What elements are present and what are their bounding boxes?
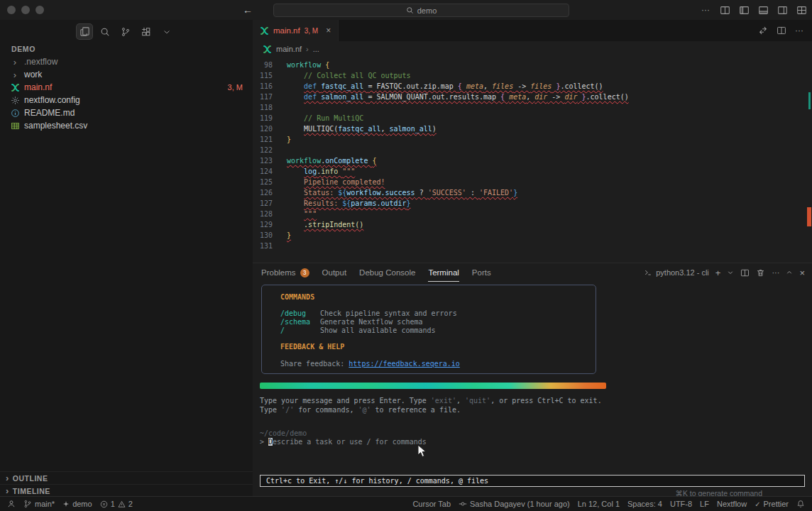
timeline-label: TIMELINE bbox=[13, 487, 50, 495]
extensions-icon[interactable] bbox=[138, 24, 154, 39]
code-editor[interactable]: 98workflow {115 // Collect all QC output… bbox=[253, 57, 805, 263]
panel-tab-terminal[interactable]: Terminal bbox=[428, 263, 459, 282]
split-editor-icon[interactable] bbox=[777, 26, 786, 35]
code-line[interactable]: 121} bbox=[253, 134, 805, 145]
remote-indicator[interactable] bbox=[7, 500, 16, 508]
close-panel-icon[interactable]: × bbox=[799, 268, 805, 278]
project-label: demo bbox=[72, 500, 92, 508]
code-token bbox=[287, 167, 304, 175]
toggle-sidebar-icon[interactable] bbox=[737, 3, 750, 17]
encoding-status[interactable]: UTF-8 bbox=[670, 500, 692, 508]
source-control-icon[interactable] bbox=[118, 24, 133, 39]
maximize-panel-icon[interactable] bbox=[786, 269, 793, 276]
terminal-command-row: /Show all available commands bbox=[280, 326, 596, 335]
eol-status[interactable]: LF bbox=[700, 500, 709, 508]
file-row-work[interactable]: ›work bbox=[0, 68, 253, 81]
chevron-down-icon[interactable] bbox=[159, 24, 175, 39]
panel-tab-label: Terminal bbox=[428, 268, 459, 277]
explorer-icon[interactable] bbox=[77, 24, 92, 39]
panel-tab-output[interactable]: Output bbox=[322, 263, 347, 282]
split-terminal-icon[interactable] bbox=[740, 268, 750, 278]
code-line[interactable]: 124 log.info """ bbox=[253, 166, 805, 177]
more-actions-icon[interactable]: ··· bbox=[699, 3, 712, 17]
code-line[interactable]: 126 Status: ${workflow.success ? 'SUCCES… bbox=[253, 187, 805, 198]
breadcrumb-file[interactable]: main.nf bbox=[276, 45, 302, 53]
explorer-sidebar: DEMO ›.nextflow›workmain.nf3, Mnextflow.… bbox=[0, 20, 253, 497]
command-desc: Check pipeline syntax and errors bbox=[320, 309, 457, 317]
minimize-window-button[interactable] bbox=[21, 6, 30, 14]
panel-tab-debug-console[interactable]: Debug Console bbox=[359, 263, 415, 282]
more-actions-icon[interactable]: ··· bbox=[795, 26, 803, 35]
sidebar-toolbar bbox=[77, 24, 175, 39]
spark-icon bbox=[62, 500, 70, 507]
file-row-README.md[interactable]: README.md bbox=[0, 106, 253, 119]
code-line[interactable]: 119 // Run MultiQC bbox=[253, 113, 805, 123]
code-text: workflow.onComplete { bbox=[287, 155, 376, 166]
indentation-status[interactable]: Spaces: 4 bbox=[627, 500, 662, 508]
code-line[interactable]: 118 bbox=[253, 102, 805, 113]
timeline-section[interactable]: ›TIMELINE bbox=[0, 484, 253, 497]
code-token: def bbox=[304, 93, 321, 101]
file-row-samplesheet.csv[interactable]: samplesheet.csv bbox=[0, 119, 253, 132]
code-line[interactable]: 125 Pipeline completed! bbox=[253, 177, 805, 187]
outline-section[interactable]: ›OUTLINE bbox=[0, 471, 253, 484]
code-token: """ bbox=[342, 167, 355, 175]
command-center-search[interactable]: demo bbox=[273, 4, 569, 17]
terminal-dropdown-icon[interactable] bbox=[727, 269, 734, 276]
code-line[interactable]: 122 bbox=[253, 145, 805, 155]
terminal-body[interactable]: COMMANDS /debugCheck pipeline syntax and… bbox=[253, 282, 812, 497]
file-row-main.nf[interactable]: main.nf3, M bbox=[0, 81, 253, 94]
code-line[interactable]: 115 // Collect all QC outputs bbox=[253, 70, 805, 81]
notifications-bell[interactable] bbox=[796, 500, 805, 508]
cursor-position[interactable]: Ln 12, Col 1 bbox=[578, 500, 620, 508]
code-line[interactable]: 130} bbox=[253, 230, 805, 241]
problems-status[interactable]: 1 2 bbox=[100, 500, 133, 508]
line-number: 118 bbox=[253, 102, 273, 113]
panel-tab-label: Problems bbox=[261, 268, 296, 277]
terminal-instance[interactable]: python3.12 - cli bbox=[644, 268, 709, 277]
breadcrumb[interactable]: main.nf › ... bbox=[253, 41, 812, 57]
close-window-button[interactable] bbox=[7, 6, 16, 14]
close-tab-icon[interactable]: × bbox=[326, 26, 331, 35]
file-row-nextflow.config[interactable]: nextflow.config bbox=[0, 94, 253, 106]
search-view-icon[interactable] bbox=[97, 24, 113, 39]
kill-terminal-icon[interactable] bbox=[756, 268, 765, 278]
toggle-panel-icon[interactable] bbox=[757, 3, 769, 17]
terminal-input-hint-bar[interactable]: Ctrl+c to Exit, ↑/↓ for history, / comma… bbox=[260, 475, 805, 487]
feedback-link[interactable]: https://feedback.seqera.io bbox=[349, 360, 460, 368]
zoom-window-button[interactable] bbox=[35, 6, 44, 14]
panel-tab-problems[interactable]: Problems3 bbox=[261, 263, 309, 282]
customize-layout-icon[interactable] bbox=[795, 3, 808, 17]
cursor-tab-status[interactable]: Cursor Tab bbox=[412, 500, 451, 508]
code-line[interactable]: 129 .stripIndent() bbox=[253, 219, 805, 230]
code-line[interactable]: 131 bbox=[253, 241, 805, 251]
code-line[interactable]: 123workflow.onComplete { bbox=[253, 155, 805, 166]
code-text: } bbox=[287, 230, 291, 241]
code-line[interactable]: 116 def fastqc_all = FASTQC.out.zip.map … bbox=[253, 81, 805, 92]
code-line[interactable]: 128 """ bbox=[253, 209, 805, 219]
code-line[interactable]: 117 def salmon_all = SALMON_QUANT.out.re… bbox=[253, 92, 805, 102]
toggle-secondary-sidebar-icon[interactable] bbox=[776, 3, 789, 17]
code-line[interactable]: 127 Results: ${params.outdir} bbox=[253, 198, 805, 209]
tab-main-nf[interactable]: main.nf 3, M × bbox=[253, 20, 339, 41]
breadcrumb-symbol[interactable]: ... bbox=[313, 45, 319, 53]
terminal-prompt[interactable]: >Describe a task or use / for commands bbox=[260, 438, 427, 446]
explorer-section-title[interactable]: DEMO bbox=[11, 45, 35, 53]
open-changes-icon[interactable] bbox=[758, 26, 768, 35]
git-branch-status[interactable]: main* bbox=[23, 500, 55, 508]
code-token: .collect() bbox=[560, 82, 603, 90]
project-status[interactable]: demo bbox=[62, 500, 92, 508]
language-mode[interactable]: Nextflow bbox=[717, 500, 747, 508]
panel-more-icon[interactable]: ··· bbox=[772, 268, 779, 277]
formatter-status[interactable]: ✓Prettier bbox=[755, 500, 789, 508]
git-blame-status[interactable]: Sasha Dagayev (1 hour ago) bbox=[459, 500, 570, 508]
panel-tab-ports[interactable]: Ports bbox=[472, 263, 491, 282]
window-controls[interactable] bbox=[7, 6, 44, 14]
code-line[interactable]: 98workflow { bbox=[253, 60, 805, 70]
code-token: files bbox=[530, 82, 552, 90]
file-row-.nextflow[interactable]: ›.nextflow bbox=[0, 55, 253, 68]
split-editor-icon[interactable] bbox=[718, 3, 731, 17]
new-terminal-icon[interactable]: + bbox=[715, 268, 721, 278]
code-line[interactable]: 120 MULTIQC(fastqc_all, salmon_all) bbox=[253, 123, 805, 134]
back-icon[interactable]: ← bbox=[243, 3, 253, 17]
